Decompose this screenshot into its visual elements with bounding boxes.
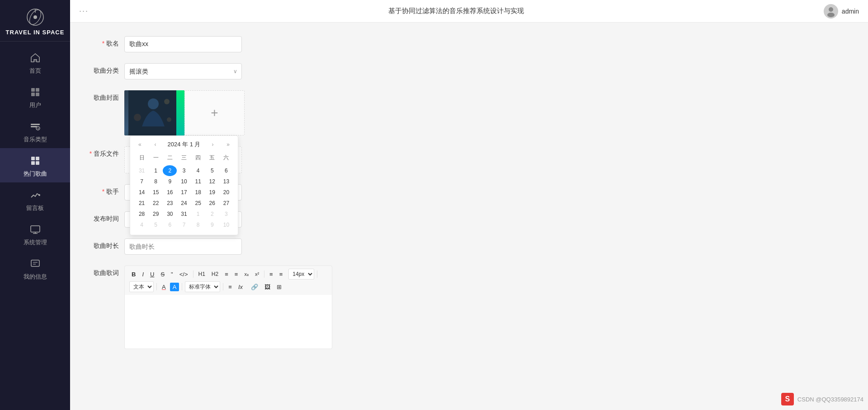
sidebar-item-system[interactable]: 系统管理: [0, 217, 70, 251]
category-select[interactable]: 摇滚类 流行类 古典类: [124, 63, 242, 79]
calendar-day[interactable]: 7: [177, 219, 191, 230]
my-info-icon: [29, 257, 42, 270]
sidebar-item-music-type[interactable]: 音乐类型: [0, 114, 70, 148]
editor-clear-format[interactable]: Ix: [236, 283, 245, 291]
calendar-day[interactable]: 10: [219, 219, 233, 230]
svg-rect-9: [31, 124, 40, 125]
calendar-day[interactable]: 18: [191, 187, 205, 198]
calendar-day[interactable]: 8: [149, 176, 163, 187]
sidebar-item-label-hot-songs: 热门歌曲: [24, 170, 47, 178]
calendar-nav-prev-prev[interactable]: «: [137, 140, 143, 149]
editor-text-type[interactable]: 文本: [129, 281, 154, 292]
calendar-day[interactable]: 15: [149, 187, 163, 198]
editor-image-insert[interactable]: 🖼: [262, 283, 273, 291]
calendar-day[interactable]: 31: [135, 165, 149, 176]
editor-toolbar: B I U S " </> H1 H2 ≡ ≡ x₂ x² ≡ ≡: [124, 266, 332, 295]
calendar-day[interactable]: 23: [163, 198, 177, 209]
editor-body[interactable]: [124, 295, 332, 349]
form-area: 歌名 歌曲分类 摇滚类 流行类 古典类 歌曲封面: [70, 23, 868, 410]
editor-h2[interactable]: H2: [209, 270, 221, 278]
editor-subscript[interactable]: x₂: [242, 270, 251, 278]
editor-separator-6: [223, 283, 223, 290]
editor-bg-color[interactable]: A: [170, 283, 179, 291]
topbar-user[interactable]: admin: [824, 4, 859, 19]
calendar-nav-prev[interactable]: ‹: [153, 140, 158, 149]
calendar-day[interactable]: 11: [191, 176, 205, 187]
calendar-day[interactable]: 7: [135, 176, 149, 187]
calendar-day[interactable]: 13: [219, 176, 233, 187]
song-name-input[interactable]: [124, 36, 242, 52]
editor-bold[interactable]: B: [129, 270, 138, 279]
calendar-day[interactable]: 20: [219, 187, 233, 198]
calendar-day[interactable]: 4: [135, 219, 149, 230]
editor-superscript[interactable]: x²: [253, 270, 261, 278]
calendar-day[interactable]: 2: [205, 209, 219, 219]
weekday-thu: 四: [191, 152, 205, 163]
calendar-day[interactable]: 14: [135, 187, 149, 198]
sidebar-item-home[interactable]: 首页: [0, 45, 70, 79]
calendar-day[interactable]: 1: [149, 165, 163, 176]
editor-h1[interactable]: H1: [196, 270, 208, 278]
calendar-day[interactable]: 21: [135, 198, 149, 209]
sidebar-item-guestbook[interactable]: 留言板: [0, 182, 70, 217]
cover-upload-button[interactable]: +: [184, 90, 245, 135]
calendar-nav-next-next[interactable]: »: [225, 140, 231, 149]
weekday-mon: 一: [149, 152, 163, 163]
calendar-day-today[interactable]: 2: [163, 165, 177, 176]
svg-point-27: [164, 99, 170, 104]
calendar-day[interactable]: 3: [177, 165, 191, 176]
svg-rect-4: [34, 60, 37, 62]
duration-input[interactable]: [124, 238, 242, 255]
calendar-day[interactable]: 8: [191, 219, 205, 230]
calendar-day[interactable]: 10: [177, 176, 191, 187]
cover-image: [124, 90, 184, 135]
calendar-day[interactable]: 22: [149, 198, 163, 209]
calendar-day[interactable]: 9: [205, 219, 219, 230]
sidebar-item-my-info[interactable]: 我的信息: [0, 251, 70, 285]
calendar-day[interactable]: 19: [205, 187, 219, 198]
editor-code[interactable]: </>: [177, 270, 190, 279]
weekday-tue: 二: [163, 152, 177, 163]
editor-italic[interactable]: I: [140, 270, 146, 279]
calendar-day[interactable]: 24: [177, 198, 191, 209]
calendar-day[interactable]: 29: [149, 209, 163, 219]
calendar-day[interactable]: 3: [219, 209, 233, 219]
calendar-day[interactable]: 28: [135, 209, 149, 219]
editor-align-center[interactable]: ≡: [226, 283, 234, 291]
calendar-day[interactable]: 27: [219, 198, 233, 209]
editor-align-left[interactable]: ≡: [267, 270, 275, 279]
cover-label: 歌曲封面: [88, 90, 124, 102]
watermark: S CSDN @QQ3359892174: [781, 393, 863, 405]
editor-font-size[interactable]: 14px 12px 16px 18px: [288, 269, 314, 280]
calendar-day[interactable]: 16: [163, 187, 177, 198]
editor-underline[interactable]: U: [148, 270, 156, 279]
calendar-day[interactable]: 6: [163, 219, 177, 230]
calendar-day[interactable]: 26: [205, 198, 219, 209]
editor-link[interactable]: 🔗: [249, 283, 260, 291]
calendar-day[interactable]: 4: [191, 165, 205, 176]
editor-font-color[interactable]: A: [160, 283, 168, 291]
lyrics-label: 歌曲歌词: [88, 266, 124, 277]
song-name-label: 歌名: [88, 36, 124, 48]
calendar-day[interactable]: 12: [205, 176, 219, 187]
calendar-day[interactable]: 25: [191, 198, 205, 209]
editor-align-right[interactable]: ≡: [277, 270, 285, 279]
editor-list-unordered[interactable]: ≡: [232, 270, 241, 279]
editor-list-ordered[interactable]: ≡: [222, 270, 231, 279]
calendar-day[interactable]: 1: [191, 209, 205, 219]
editor-table[interactable]: ⊞: [274, 283, 284, 291]
calendar-day[interactable]: 5: [205, 165, 219, 176]
sidebar: TRAVEL IN SPACE 首页 用户: [0, 0, 70, 410]
editor-quote[interactable]: ": [169, 270, 175, 279]
calendar-day[interactable]: 30: [163, 209, 177, 219]
calendar-day[interactable]: 5: [149, 219, 163, 230]
editor-strikethrough[interactable]: S: [158, 270, 167, 279]
calendar-day[interactable]: 17: [177, 187, 191, 198]
calendar-day[interactable]: 31: [177, 209, 191, 219]
editor-font-family[interactable]: 标准字体: [185, 281, 220, 292]
sidebar-item-users[interactable]: 用户: [0, 79, 70, 114]
sidebar-item-hot-songs[interactable]: 热门歌曲: [0, 148, 70, 182]
calendar-day[interactable]: 9: [163, 176, 177, 187]
calendar-nav-next[interactable]: ›: [210, 140, 215, 149]
calendar-day[interactable]: 6: [219, 165, 233, 176]
